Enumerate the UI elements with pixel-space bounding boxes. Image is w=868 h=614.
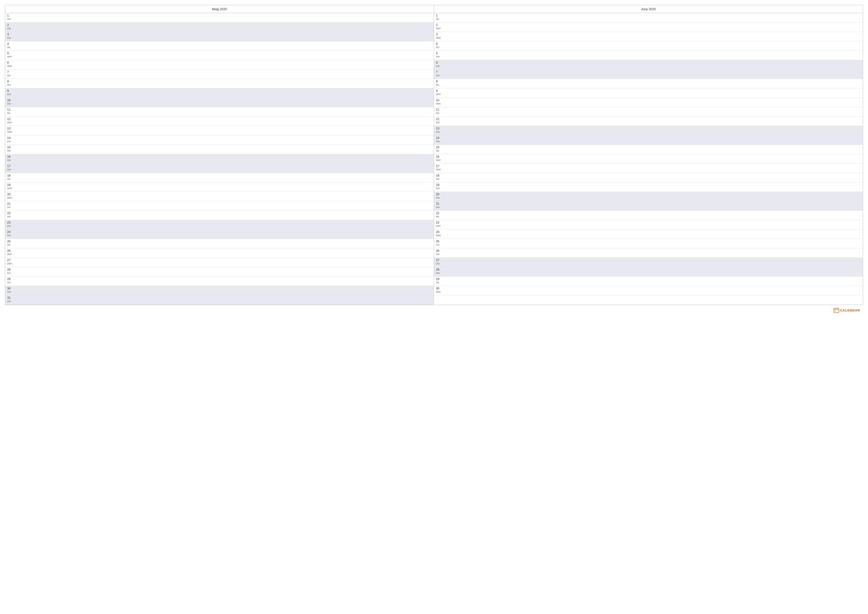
- day-name: DIL: [436, 281, 862, 284]
- day-name: DIS: [7, 291, 433, 294]
- day-name: DMC: [7, 197, 433, 199]
- day-row: 17DIU: [5, 164, 434, 173]
- day-name: DMC: [7, 131, 433, 134]
- day-row: 16DIS: [5, 154, 434, 164]
- day-row: 17DMC: [434, 164, 863, 173]
- day-name: DIU: [7, 37, 433, 39]
- day-number: 21: [436, 202, 862, 206]
- day-row: 22DIL: [434, 211, 863, 220]
- day-number: 23: [436, 221, 862, 225]
- day-row: 3DMC: [434, 32, 863, 41]
- day-number: 10: [436, 98, 862, 103]
- day-row: 12DIV: [434, 117, 863, 126]
- day-number: 6: [436, 61, 862, 65]
- day-name: DIS: [7, 159, 433, 162]
- day-number: 28: [7, 267, 433, 272]
- day-name: DIL: [7, 244, 433, 246]
- day-number: 14: [7, 136, 433, 140]
- day-name: DIL: [7, 178, 433, 180]
- day-number: 2: [7, 23, 433, 27]
- day-name: DIS: [7, 225, 433, 227]
- day-name: DIU: [436, 140, 862, 143]
- day-number: 5: [436, 51, 862, 56]
- day-name: DIV: [7, 18, 433, 20]
- day-name: DIU: [436, 206, 862, 209]
- day-name: DIU: [7, 103, 433, 105]
- day-number: 4: [436, 42, 862, 46]
- day-number: 16: [436, 155, 862, 159]
- day-row: 11DIL: [5, 107, 434, 117]
- day-row: 28DIU: [434, 267, 863, 277]
- day-number: 30: [436, 286, 862, 291]
- day-row: 14DIJ: [5, 135, 434, 145]
- day-number: 26: [436, 249, 862, 253]
- day-number: 4: [7, 42, 433, 46]
- day-number: 20: [436, 192, 862, 197]
- day-name: DIJ: [436, 178, 862, 180]
- day-row: 1DIL: [434, 13, 863, 23]
- day-row: 7DIU: [434, 70, 863, 79]
- day-number: 11: [7, 108, 433, 112]
- day-row: 10DMC: [434, 98, 863, 107]
- day-number: 3: [436, 33, 862, 37]
- day-row: 29DIV: [5, 277, 434, 286]
- day-row: 13DMC: [5, 126, 434, 135]
- day-name: DIV: [7, 281, 433, 284]
- day-number: 12: [7, 117, 433, 121]
- days-list-0: 1DIV2DIS3DIU4DIL5DMT6DMC7DIJ8DIV9DIS10DI…: [5, 13, 434, 305]
- day-name: DIS: [7, 93, 433, 96]
- day-row: 21DIU: [434, 201, 863, 211]
- day-name: DIV: [7, 149, 433, 152]
- month-title-0: Maig 2020: [5, 5, 434, 13]
- day-row: 27DMC: [5, 258, 434, 267]
- footer: 7 CALENDAR: [5, 306, 863, 315]
- day-number: 27: [7, 258, 433, 263]
- day-row: 24DMC: [434, 230, 863, 239]
- day-name: DIJ: [436, 46, 862, 49]
- logo-text: CALENDAR: [840, 308, 860, 312]
- day-number: 13: [436, 126, 862, 131]
- day-row: 6DMC: [5, 60, 434, 70]
- day-row: 9DIS: [5, 89, 434, 98]
- day-name: DIU: [7, 168, 433, 171]
- day-number: 15: [7, 145, 433, 149]
- day-name: DIU: [436, 74, 862, 77]
- day-number: 18: [436, 174, 862, 178]
- day-row: 4DIJ: [434, 41, 863, 51]
- day-row: 6DIS: [434, 60, 863, 70]
- day-number: 11: [436, 108, 862, 112]
- day-row: 26DMT: [5, 248, 434, 258]
- day-name: DIJ: [7, 140, 433, 143]
- day-row: 2DIS: [5, 23, 434, 32]
- day-row: 18DIL: [5, 173, 434, 182]
- day-name: DIJ: [7, 272, 433, 275]
- day-number: 7: [436, 70, 862, 74]
- day-number: 24: [436, 230, 862, 234]
- day-row: 5DIV: [434, 51, 863, 60]
- day-name: DIU: [436, 272, 862, 275]
- day-number: 25: [436, 239, 862, 244]
- day-name: DIJ: [436, 244, 862, 246]
- day-number: 1: [7, 14, 433, 18]
- day-name: DIV: [436, 187, 862, 190]
- day-number: 12: [436, 117, 862, 121]
- day-row: 21DIJ: [5, 201, 434, 211]
- day-row: 13DIS: [434, 126, 863, 135]
- day-name: DIL: [436, 215, 862, 218]
- day-name: DMT: [436, 159, 862, 162]
- day-number: 22: [436, 211, 862, 215]
- day-number: 16: [7, 155, 433, 159]
- day-number: 15: [436, 145, 862, 149]
- day-number: 26: [7, 249, 433, 253]
- day-name: DMT: [436, 291, 862, 294]
- day-number: 10: [7, 98, 433, 103]
- day-row: 22DIV: [5, 211, 434, 220]
- day-number: 21: [7, 202, 433, 206]
- day-row: 4DIL: [5, 41, 434, 51]
- day-name: DMC: [7, 263, 433, 265]
- day-number: 9: [436, 89, 862, 93]
- day-name: DIU: [7, 300, 433, 303]
- day-number: 29: [436, 277, 862, 281]
- day-row: 1DIV: [5, 13, 434, 23]
- day-name: DIL: [436, 18, 862, 20]
